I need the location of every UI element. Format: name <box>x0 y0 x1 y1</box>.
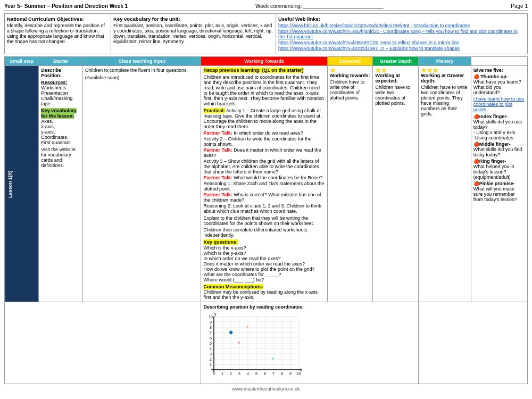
x-label-7: 7 <box>273 372 275 376</box>
y-label-8: 8 <box>210 326 212 329</box>
page-footer: www.masterthecurriculum.co.uk <box>4 386 528 392</box>
weblink-1-desc: - Introduction to coordinates <box>409 23 470 28</box>
resource-1: Worksheets <box>41 85 80 90</box>
plenary-have-learnt: I have learnt how to use coordinates to … <box>473 96 525 112</box>
cell-starter: Children to complete the fluent in four … <box>82 66 201 302</box>
cell-greater-depth: ⭐⭐⭐ Working at Greater depth: Children h… <box>419 66 471 302</box>
y-label-7: 7 <box>210 331 212 335</box>
plenary-extra <box>419 302 471 384</box>
lesson-label: Lesson 1(R) <box>5 66 39 302</box>
gd-text: Children have to write two coordinates o… <box>421 85 468 117</box>
vocab-coordinates: Coordinates, <box>41 135 80 140</box>
vocabulary-label: Key vocabulary for the unit: <box>113 16 273 22</box>
cell-small-step: Describe Position. Resources: Worksheets… <box>39 66 83 302</box>
pt4: Partner Talk: Who is correct? What mista… <box>203 192 325 203</box>
vocab-yaxis: y-axis, <box>41 129 80 135</box>
weblinks-section: Useful Web links: https://www.bbc.co.uk/… <box>276 14 527 54</box>
weblink-1[interactable]: https://www.bbc.co.uk/bitesize/topics/zg… <box>278 23 525 28</box>
plenary-pinkie: 🍎Pinkie promise- What will you make sure… <box>473 181 525 202</box>
grid-lines <box>214 317 299 370</box>
footer-url: www.masterthecurriculum.co.uk <box>232 386 300 392</box>
exp-text: Children have to write two coordinates o… <box>375 85 416 106</box>
vocab-firstquadrant: First quadrant <box>41 140 80 145</box>
activity3: Activity 3 – Show children the grid with… <box>203 159 319 174</box>
kq-6: What are the coordinates for _____? <box>203 272 325 277</box>
y-arrow: y <box>214 312 217 317</box>
weblink-3[interactable]: https://www.youtube.com/watch?v=lJtKs8SC… <box>278 40 525 45</box>
index-text: What skills did you use today? <box>473 119 522 130</box>
pt3: Partner Talk: What would the coordinates… <box>203 175 325 180</box>
kq-4: Does it matter in which order we read th… <box>203 261 325 267</box>
resource-3: Chalk/masking tape <box>41 96 80 106</box>
complete-text: Children then complete differentiated wo… <box>203 227 325 238</box>
plenary-title: Give me five: <box>473 68 525 73</box>
x-arrow: x <box>300 368 302 371</box>
gd-title: Working at Greater depth: <box>421 73 468 84</box>
weblink-2[interactable]: https://www.youtube.com/watch?v=d6vhjpnf… <box>278 29 525 39</box>
header-greater-depth: Greater Depth <box>373 57 419 66</box>
x-label-1: 1 <box>222 372 224 376</box>
wt-text: Children have to write one of coordinate… <box>330 79 371 101</box>
page-header: Year 5– Summer – Position and Direction … <box>4 3 528 11</box>
vocabulary-text: First quadrant, position, coordinate, po… <box>113 23 273 44</box>
kq-5: How do we know where to plot the point o… <box>203 267 325 272</box>
vocab-axes: Axes, <box>41 119 80 124</box>
y-label-4: 4 <box>210 347 212 351</box>
x-label-3: 3 <box>239 372 241 376</box>
top-info-section: National Curriculum Objectives: Identify… <box>4 13 528 54</box>
y-label-9: 9 <box>210 320 212 324</box>
recap-label: Recap previous learning: (Q1 on the star… <box>203 68 325 73</box>
ct-intro: Children are introduced to coordinates f… <box>203 74 325 106</box>
weblink-4[interactable]: https://www.youtube.com/watch?v=8Dtz5fJB… <box>278 46 525 51</box>
practical-label: Practical: Activity 1 – Create a large g… <box>203 108 325 129</box>
resource-2: Presentation <box>41 90 80 96</box>
x-label-5: 5 <box>256 372 258 376</box>
plenary-ring: 🍎Ring finger- What helped you in today's… <box>473 159 525 180</box>
visit-text: Visit the website for vocabulary cards a… <box>41 147 80 168</box>
y-label-6: 6 <box>210 336 212 340</box>
kq-list: Which is the x-axis? Which is the y-axis… <box>203 245 325 282</box>
cell-working-towards: ⭐ Working towards: Children have to writ… <box>327 66 373 302</box>
coord-graph-label: Describing position by reading coordinat… <box>203 304 416 310</box>
coord-graph-row: Describing position by reading coordinat… <box>5 302 528 384</box>
x-label-0: 0 <box>213 372 215 376</box>
objectives-text: Identify, describe and represent the pos… <box>7 23 105 44</box>
x-label-2: 2 <box>230 372 232 376</box>
y-label-2: 2 <box>210 358 212 361</box>
x-label-9: 9 <box>290 372 292 376</box>
cell-plenary: Give me five: 🍎 Thumbs up- What have you… <box>471 66 527 302</box>
header-class-teaching: Class teaching input <box>82 57 201 66</box>
header-starter: Starter <box>39 57 83 66</box>
page-title: Year 5– Summer – Position and Direction … <box>4 3 128 9</box>
coordinate-chart: 10 9 8 7 6 5 4 3 2 1 0 1 <box>203 311 310 380</box>
exp-stars: ⭐⭐ <box>375 68 416 73</box>
cm-text: Children may be confused by reading alon… <box>203 289 325 300</box>
middle-label: Middle finger- <box>479 142 511 147</box>
explain-text: Explain to the children that they will b… <box>203 215 325 226</box>
weblink-4-desc: – Explains how to translate shapes <box>384 46 460 51</box>
resources-label: Resources: <box>41 80 80 85</box>
middle-text: What skills did you find tricky today? <box>473 147 522 157</box>
x-label-4: 4 <box>247 372 250 376</box>
thumb-label: Thumbs up- <box>479 74 508 79</box>
plenary-thumb: 🍎 Thumbs up- What have you learnt? What … <box>473 74 525 95</box>
starter-available: (Available soon) <box>85 75 199 80</box>
ring-text: What helped you in today's lesson? (equi… <box>473 164 514 180</box>
cell-expected: ⭐⭐ Working at expected: Children have to… <box>373 66 419 302</box>
y-label-10: 10 <box>209 315 213 319</box>
pinkie-label: Pinkie promise- <box>479 181 515 186</box>
y-label-3: 3 <box>210 352 212 356</box>
weblink-2-desc: - Coordinates song – tells you how to fi… <box>278 29 518 39</box>
x-label-6: 6 <box>264 372 267 376</box>
header-expected: Expected <box>327 57 373 66</box>
x-label-10: 10 <box>297 372 302 376</box>
coord-graph-cell: Describing position by reading coordinat… <box>201 302 419 384</box>
activity3-block: Activity 3 – Show children the grid with… <box>203 159 325 174</box>
pinkie-text: What will you make sure you remember fro… <box>473 186 517 202</box>
y-label-5: 5 <box>210 342 212 345</box>
objectives-section: National Curriculum Objectives: Identify… <box>5 14 111 54</box>
wt-title: Working towards: <box>330 73 371 78</box>
point-green-cross: + <box>272 357 274 361</box>
kq-1: Which is the x-axis? <box>203 245 325 251</box>
point-orange-cross: + <box>246 325 248 329</box>
